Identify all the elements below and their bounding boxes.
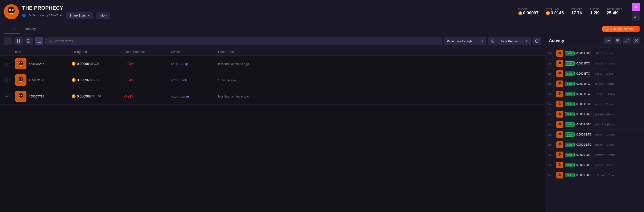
tab-activity[interactable]: Activity [21,24,40,34]
floor-diff-1: -1.04% [124,78,171,82]
svg-point-87 [559,134,560,134]
sort-dropdown[interactable]: Price: Low to High ⇅ [444,37,486,45]
svg-point-68 [560,83,560,83]
svg-rect-20 [28,40,29,42]
activity-transfer: gt9cq4 → j2ranp [595,113,641,116]
activity-settings-button[interactable] [604,37,612,44]
add-to-cart-button-0[interactable]: + [4,61,10,66]
activity-list-item[interactable]: 1m Sale 0.0009 BTC h75ft9 → j2ranp [545,130,644,140]
refresh-button[interactable] [532,37,541,45]
activity-list-item[interactable]: 1m Sale 0.001 BTC prlehl → j2ranp [545,99,644,109]
activity-transfer: 33tjt2 → jcpcas [595,52,641,55]
svg-rect-44 [20,93,22,94]
activity-price: 0.001 BTC [576,92,594,96]
sale-badge: Sale [565,112,574,116]
collection-info: THE PROPHECY 🌐 ↻ Recursive ⛓ On-Chain Sh… [22,5,110,19]
activity-thumbnail [556,111,563,118]
activity-list-item[interactable]: 1m Sale 0.0009 BTC em4f8y → j2ranp [545,150,644,160]
svg-point-54 [558,52,561,54]
owner-2: bc1p ... wxlm [171,95,218,98]
activity-title: Activity [549,38,602,43]
filter-toggle-button[interactable] [4,37,12,45]
floor-stat: FLOOR ₿ 0.00097 [518,8,538,16]
activity-close-button[interactable] [633,37,640,44]
activity-thumbnail [556,172,563,178]
activity-list-item[interactable]: 1m Sale 0.001 BTC jhr5aj → j2ranp [545,69,644,79]
svg-rect-12 [17,40,18,41]
activity-time: 50s [548,52,554,55]
activity-thumbnail [556,121,563,128]
activity-thumbnail [556,70,563,77]
activity-list-item[interactable]: 1m Sale 0.001 BTC sq6s87 → j2ranp [545,58,644,69]
activity-expand-button[interactable] [623,37,631,44]
activity-list: 50s Sale 0.0009 BTC 33tjt2 → jcpcas 1m S… [545,48,644,212]
activity-thumbnail [556,131,563,138]
table-row[interactable]: + #64978267 ₿ 0.00096 $60.95 -1.04% bc1p… [0,56,545,72]
activity-time: 1m [548,82,554,85]
search-input[interactable] [54,39,439,43]
activity-transfer: jgs309 → j2ranp [595,82,641,85]
activity-price: 0.001 BTC [576,72,594,75]
activity-transfer: h75ft9 → j2ranp [595,143,641,146]
activity-price: 0.0009 BTC [576,52,594,55]
svg-line-29 [51,42,52,43]
onchain-badge: ⛓ On-Chain [47,14,63,17]
add-to-cart-button-1[interactable]: + [4,77,10,83]
avatar [4,4,19,19]
activity-list-icon-button[interactable] [614,37,621,44]
share-icon: ↗ [87,14,90,17]
listed-stat: LISTED 1.2K [590,8,599,16]
svg-point-33 [19,61,23,66]
bar-chart-icon-button[interactable] [632,12,640,21]
activity-time: 1m [548,113,554,116]
activity-transfer: prlehl → j2ranp [595,103,641,106]
svg-point-60 [560,62,560,63]
activity-transfer: h75ft9 → j2ranp [595,133,641,136]
activity-thumbnail [556,152,563,158]
svg-rect-17 [28,40,29,40]
btc-icon-floor: ₿ [518,11,522,15]
activity-list-item[interactable]: 1m Sale 0.0009 BTC p5rgs7 → j2ranp [545,120,644,130]
svg-rect-24 [30,42,30,43]
sale-badge: Sale [565,102,574,106]
svg-point-30 [492,40,494,42]
table-row[interactable]: + #65007789 ₿ 0.000968 $61.46 -0.21% bc1… [0,88,545,104]
tab-items[interactable]: Items [4,24,20,34]
share-stats-button[interactable]: Share Stats ↗ [66,12,93,19]
activity-list-item[interactable]: 1m Sale 0.0009 BTC w4zfkt → j2ranp [545,160,644,170]
activity-time: 1m [548,143,554,146]
pulse-icon-button[interactable] [632,3,640,11]
svg-rect-18 [30,40,30,40]
activity-list-item[interactable]: 50s Sale 0.0009 BTC 33tjt2 → jcpcas [545,48,644,58]
filter-dropdown[interactable]: Hide Pending ⇅ [488,37,531,45]
grid-view-3-button[interactable] [24,37,33,45]
owners-stat: OWNERS 17.7K [571,8,582,16]
add-to-cart-button-2[interactable]: + [4,94,10,99]
svg-point-34 [19,62,20,63]
svg-point-96 [560,154,560,154]
chain-icon: ⛓ [47,14,50,17]
svg-rect-19 [27,40,28,42]
activity-list-item[interactable]: 1m Sale 0.0009 BTC gt9cq4 → j2ranp [545,109,644,120]
collection-header: THE PROPHECY 🌐 ↻ Recursive ⛓ On-Chain Sh… [0,0,644,24]
table-row[interactable]: + #65003150 ₿ 0.00096 $60.95 -1.04% bc1p… [0,72,545,88]
svg-point-94 [558,153,561,156]
sale-badge: Sale [565,122,574,126]
activity-list-item[interactable]: 1m Sale 0.0009 BTC h75ft9 → j2ranp [545,140,644,150]
info-button[interactable]: Info ▾ [96,12,110,19]
floor-diff-2: -0.21% [124,94,171,98]
item-thumbnail-0 [15,58,26,70]
grid-view-2-button[interactable] [14,37,23,45]
list-view-button[interactable] [35,37,44,45]
activity-price: 0.0009 BTC [576,143,594,146]
activity-time: 1m [548,133,554,136]
activity-thumbnail [556,162,563,168]
activity-list-item[interactable]: 1m Sale 0.001 BTC jgs309 → j2ranp [545,79,644,89]
svg-point-28 [49,40,51,42]
search-box[interactable] [45,37,442,45]
activity-list-item[interactable]: 1m Sale 0.001 BTC 7hynks → j2ranp [545,89,644,99]
activity-time: 1m [548,123,554,126]
activity-list-item[interactable]: 1m Sale 0.0009 BTC x95ep4 → j2ranp [545,170,644,180]
pending-badge[interactable]: 🔥 20 buy(s) pending... [602,26,640,32]
activity-price: 0.0009 BTC [576,163,594,167]
